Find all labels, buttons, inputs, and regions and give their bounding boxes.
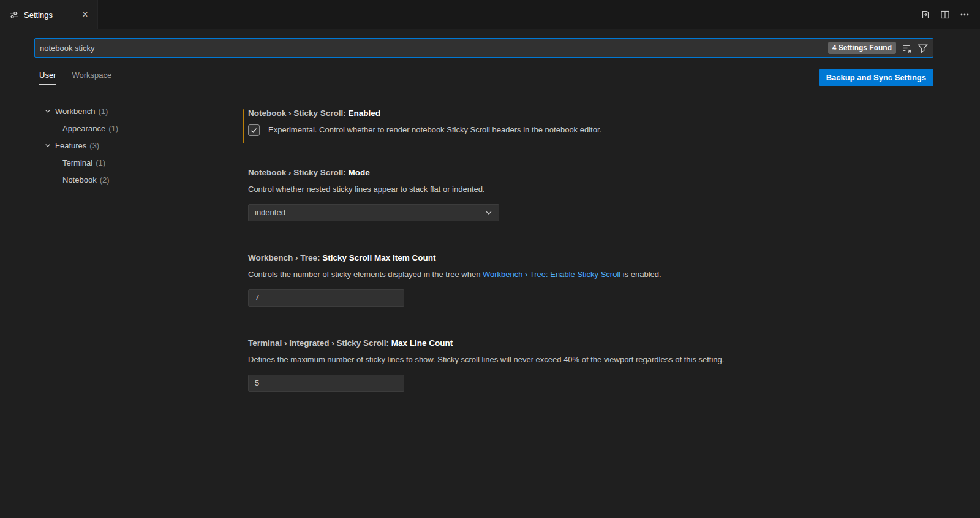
setting-title: Notebook › Sticky Scroll: Enabled xyxy=(248,109,980,118)
search-controls: 4 Settings Found xyxy=(828,42,928,54)
dropdown-selected-value: indented xyxy=(255,208,285,217)
toc-count: (1) xyxy=(108,124,118,133)
related-setting-link[interactable]: Workbench › Tree: Enable Sticky Scroll xyxy=(483,270,620,279)
more-actions-icon[interactable] xyxy=(959,9,970,20)
toc-label: Features xyxy=(55,141,86,150)
chevron-down-icon[interactable] xyxy=(43,140,53,150)
toc-item-features[interactable]: Features (3) xyxy=(0,137,219,154)
toc-label: Workbench xyxy=(55,107,96,116)
toc-label: Notebook xyxy=(62,175,97,185)
editor-actions xyxy=(920,0,980,29)
search-query-text: notebook sticky xyxy=(40,44,95,53)
setting-name: Enabled xyxy=(349,109,381,118)
setting-title: Workbench › Tree: Sticky Scroll Max Item… xyxy=(248,253,980,262)
scope-row: User Workspace Backup and Sync Settings xyxy=(39,69,933,86)
mode-dropdown[interactable]: indented xyxy=(248,204,499,221)
toc-count: (1) xyxy=(96,158,105,167)
settings-toc: Workbench (1) Appearance (1) Features (3… xyxy=(0,101,219,518)
search-row: notebook sticky 4 Settings Found xyxy=(0,29,980,58)
filter-icon[interactable] xyxy=(918,43,928,53)
setting-tree-sticky-scroll-max-item-count: Workbench › Tree: Sticky Scroll Max Item… xyxy=(248,253,980,307)
toc-item-notebook[interactable]: Notebook (2) xyxy=(0,171,219,188)
modified-indicator xyxy=(243,109,244,143)
editor-tab-bar: Settings × xyxy=(0,0,980,29)
setting-notebook-sticky-scroll-mode: Notebook › Sticky Scroll: Mode Control w… xyxy=(248,168,980,221)
settings-editor-window: Settings × xyxy=(0,0,980,518)
settings-list: Notebook › Sticky Scroll: Enabled Experi… xyxy=(219,101,980,518)
open-settings-json-icon[interactable] xyxy=(920,9,931,20)
tab-title: Settings xyxy=(24,10,74,20)
toc-item-appearance[interactable]: Appearance (1) xyxy=(0,120,219,137)
close-icon[interactable]: × xyxy=(79,9,91,21)
toc-label: Terminal xyxy=(62,158,92,167)
setting-category: Notebook › Sticky Scroll: xyxy=(248,109,349,118)
setting-title: Terminal › Integrated › Sticky Scroll: M… xyxy=(248,338,980,348)
toc-count: (1) xyxy=(99,107,108,116)
description-text: is enabled. xyxy=(620,270,662,279)
toc-label: Appearance xyxy=(62,124,105,133)
setting-category: Workbench › Tree: xyxy=(248,253,322,262)
settings-sliders-icon xyxy=(9,10,18,20)
setting-bool-row: Experimental. Control whether to render … xyxy=(248,124,980,136)
chevron-down-icon xyxy=(484,208,493,217)
toc-item-terminal[interactable]: Terminal (1) xyxy=(0,154,219,171)
tab-settings[interactable]: Settings × xyxy=(0,0,98,29)
setting-name: Sticky Scroll Max Item Count xyxy=(322,253,435,262)
max-item-count-input[interactable] xyxy=(248,289,404,307)
setting-title: Notebook › Sticky Scroll: Mode xyxy=(248,168,980,177)
tab-user[interactable]: User xyxy=(39,70,56,85)
tab-workspace[interactable]: Workspace xyxy=(72,70,111,85)
clear-search-results-icon[interactable] xyxy=(902,43,912,53)
setting-name: Max Line Count xyxy=(391,338,453,348)
backup-sync-settings-button[interactable]: Backup and Sync Settings xyxy=(819,69,933,86)
setting-notebook-sticky-scroll-enabled: Notebook › Sticky Scroll: Enabled Experi… xyxy=(248,109,980,136)
setting-description: Experimental. Control whether to render … xyxy=(268,124,601,136)
checkbox-check-icon xyxy=(250,126,258,134)
setting-terminal-sticky-scroll-max-line-count: Terminal › Integrated › Sticky Scroll: M… xyxy=(248,338,980,392)
text-cursor xyxy=(97,43,98,53)
setting-category: Terminal › Integrated › Sticky Scroll: xyxy=(248,338,391,348)
setting-description: Defines the maximum number of sticky lin… xyxy=(248,354,980,366)
setting-category: Notebook › Sticky Scroll: xyxy=(248,168,349,177)
setting-name: Mode xyxy=(349,168,370,177)
toc-count: (2) xyxy=(100,175,110,185)
split-editor-icon[interactable] xyxy=(940,9,951,20)
setting-description: Controls the number of sticky elements d… xyxy=(248,269,980,281)
checkbox-checked[interactable] xyxy=(248,124,260,136)
results-count-badge: 4 Settings Found xyxy=(828,42,896,54)
max-line-count-input[interactable] xyxy=(248,375,404,392)
setting-description: Control whether nested sticky lines appe… xyxy=(248,184,980,196)
chevron-down-icon[interactable] xyxy=(43,106,53,116)
toc-item-workbench[interactable]: Workbench (1) xyxy=(0,102,219,120)
description-text: Controls the number of sticky elements d… xyxy=(248,270,483,279)
settings-search-input[interactable]: notebook sticky 4 Settings Found xyxy=(34,38,933,58)
settings-content: Workbench (1) Appearance (1) Features (3… xyxy=(0,101,980,518)
toc-count: (3) xyxy=(89,141,99,150)
